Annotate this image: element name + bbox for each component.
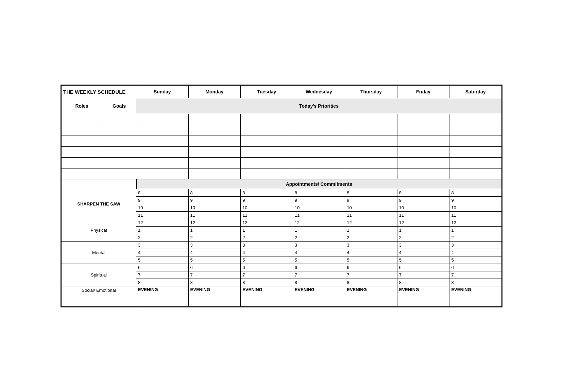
header-monday: Monday xyxy=(188,86,241,98)
table-row xyxy=(62,136,502,147)
table-row xyxy=(62,168,502,179)
time-row-6: Spiritual 6 6 6 6 6 6 6 xyxy=(62,264,502,271)
header-saturday: Saturday xyxy=(449,86,502,98)
wednesday-cell-1[interactable] xyxy=(293,114,345,125)
saturday-cell-1[interactable] xyxy=(449,114,502,125)
header-tuesday: Tuesday xyxy=(241,86,293,98)
friday-cell-1[interactable] xyxy=(397,114,449,125)
schedule-title: THE WEEKLY SCHEDULE xyxy=(62,86,136,98)
tuesday-cell-1[interactable] xyxy=(241,114,293,125)
table-row xyxy=(62,125,502,136)
header-sunday: Sunday xyxy=(136,86,189,98)
sunday-cell-1[interactable] xyxy=(136,114,189,125)
physical-label: Physical xyxy=(62,219,136,242)
time-row-8: SHARPEN THE SAW 8 8 8 8 8 8 8 xyxy=(62,189,502,197)
goals-cell-1[interactable] xyxy=(102,114,136,125)
monday-cell-1[interactable] xyxy=(188,114,241,125)
goals-label: Goals xyxy=(102,98,136,114)
mental-label: Mental xyxy=(62,242,136,264)
header-thursday: Thursday xyxy=(345,86,397,98)
table-row xyxy=(62,147,502,158)
header-wednesday: Wednesday xyxy=(293,86,345,98)
todays-priorities: Today's Priorities xyxy=(136,98,502,114)
evening-row: Social/ Emotional EVENING EVENING EVENIN… xyxy=(62,286,502,307)
schedule-wrapper: THE WEEKLY SCHEDULE Sunday Monday Tuesda… xyxy=(61,85,502,307)
time-row-3: Mental 3 3 3 3 3 3 3 xyxy=(62,242,502,249)
spiritual-label: Spiritual xyxy=(62,264,136,286)
thursday-cell-1[interactable] xyxy=(345,114,397,125)
social-emotional-label: Social/ Emotional xyxy=(62,286,136,307)
time-row-12: Physical 12 12 12 12 12 12 12 xyxy=(62,219,502,227)
header-friday: Friday xyxy=(397,86,449,98)
roles-cell-1[interactable] xyxy=(62,114,102,125)
appointments-label: Appointments/ Commitments xyxy=(136,179,502,189)
sharpen-the-saw-label: SHARPEN THE SAW xyxy=(62,189,136,219)
table-row xyxy=(62,114,502,125)
roles-label: Roles xyxy=(62,98,102,114)
appointments-header-row: Appointments/ Commitments xyxy=(62,179,502,189)
table-row xyxy=(62,158,502,168)
weekly-schedule-table: THE WEEKLY SCHEDULE Sunday Monday Tuesda… xyxy=(61,85,502,307)
